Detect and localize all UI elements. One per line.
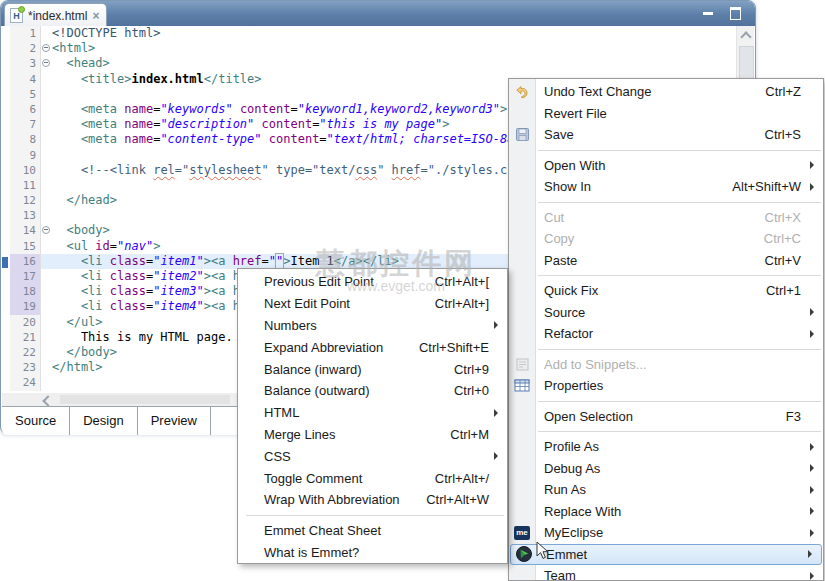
submenu-item-html[interactable]: HTML (238, 402, 507, 424)
menu-item-label: Source (544, 305, 585, 320)
fold-column (41, 178, 52, 193)
menu-item-paste[interactable]: PasteCtrl+V (509, 250, 823, 272)
menu-shortcut: Ctrl+C (764, 231, 801, 246)
window-titlebar[interactable]: H *index.html × (1, 1, 755, 26)
menu-item-open-with[interactable]: Open With (509, 155, 823, 177)
code-segment-attr: content (269, 132, 320, 146)
submenu-item-balance-outward[interactable]: Balance (outward)Ctrl+0 (238, 380, 507, 402)
menu-item-save[interactable]: SaveCtrl+S (509, 124, 823, 146)
code-segment-tag: <meta (52, 132, 124, 146)
code-text: <html> (52, 41, 737, 56)
menu-separator (509, 271, 823, 280)
menu-item-debug-as[interactable]: Debug As (509, 458, 823, 480)
code-segment-tag: <title> (52, 72, 131, 86)
submenu-item-merge-lines[interactable]: Merge LinesCtrl+M (238, 424, 507, 446)
menu-item-open-selection[interactable]: Open SelectionF3 (509, 406, 823, 428)
menu-item-label: Show In (544, 179, 591, 194)
menu-item-quick-fix[interactable]: Quick FixCtrl+1 (509, 280, 823, 302)
menu-item-revert-file[interactable]: Revert File (509, 103, 823, 125)
code-segment-comment: " type="text/ (262, 163, 356, 177)
line-number: 13 (10, 208, 41, 223)
fold-column (41, 163, 52, 178)
menu-item-refactor[interactable]: Refactor (509, 323, 823, 345)
menu-shortcut: Ctrl+V (765, 253, 801, 268)
code-segment-tag: </body> (52, 345, 117, 359)
line-number: 21 (10, 330, 41, 345)
submenu-arrow-icon (810, 443, 814, 451)
menu-separator (509, 345, 823, 354)
submenu-item-balance-inward[interactable]: Balance (inward)Ctrl+9 (238, 358, 507, 380)
code-segment-tag: </html> (52, 360, 103, 374)
menu-item-myeclipse[interactable]: meMyEclipse (509, 522, 823, 544)
fold-column (41, 345, 52, 360)
menu-item-run-as[interactable]: Run As (509, 479, 823, 501)
code-segment-comment: =" (175, 163, 189, 177)
tab-source[interactable]: Source (2, 407, 70, 435)
code-segment-val: "description" (160, 117, 254, 131)
horizontal-scroll-thumb[interactable] (60, 395, 230, 404)
line-number: 3 (10, 56, 41, 71)
code-segment-comment: " (377, 163, 391, 177)
menu-item-add-to-snippets[interactable]: Add to Snippets... (509, 354, 823, 376)
menu-item-replace-with[interactable]: Replace With (509, 501, 823, 523)
collapse-icon[interactable] (42, 44, 50, 52)
menu-item-label: HTML (264, 405, 299, 420)
submenu-item-toggle-comment[interactable]: Toggle CommentCtrl+Alt+/ (238, 467, 507, 489)
marker-margin (2, 284, 10, 299)
menu-item-label: Cut (544, 210, 564, 225)
menu-item-emmet[interactable]: Emmet (510, 544, 822, 566)
code-line[interactable]: 1<!DOCTYPE html> (2, 26, 737, 41)
submenu-item-css[interactable]: CSS (238, 445, 507, 467)
line-number: 1 (10, 26, 41, 41)
submenu-item-expand-abbreviation[interactable]: Expand AbbreviationCtrl+Shift+E (238, 336, 507, 358)
scroll-left-icon[interactable] (40, 393, 56, 406)
menu-item-team[interactable]: Team (509, 565, 823, 581)
close-icon[interactable]: × (92, 11, 99, 21)
menu-item-profile-as[interactable]: Profile As (509, 436, 823, 458)
menu-item-label: Copy (544, 231, 574, 246)
menu-shortcut: Ctrl+Alt+/ (435, 471, 489, 486)
scroll-up-icon[interactable] (740, 31, 751, 42)
fold-column[interactable] (41, 56, 52, 71)
menu-item-label: Revert File (544, 106, 607, 121)
menu-item-label: Refactor (544, 326, 593, 341)
menu-item-undo-text-change[interactable]: Undo Text ChangeCtrl+Z (509, 81, 823, 103)
tab-design[interactable]: Design (70, 407, 137, 435)
menu-item-copy[interactable]: CopyCtrl+C (509, 228, 823, 250)
code-segment-val: "item2" (153, 269, 204, 283)
line-number: 16 (10, 254, 41, 269)
menu-item-source[interactable]: Source (509, 302, 823, 324)
submenu-item-wrap-with-abbreviation[interactable]: Wrap With AbbreviationCtrl+Alt+W (238, 489, 507, 511)
submenu-item-previous-edit-point[interactable]: Previous Edit PointCtrl+Alt+[ (238, 271, 507, 293)
line-number: 5 (10, 87, 41, 102)
menu-item-label: Properties (544, 378, 603, 393)
code-segment-sq: stylesheet (189, 163, 261, 177)
submenu-item-what-is-emmet[interactable]: What is Emmet? (238, 542, 507, 564)
code-line[interactable]: 2<html> (2, 41, 737, 56)
minimize-button[interactable] (703, 7, 714, 19)
submenu-item-emmet-cheat-sheet[interactable]: Emmet Cheat Sheet (238, 520, 507, 542)
menu-item-properties[interactable]: Properties (509, 375, 823, 397)
fold-column[interactable] (41, 41, 52, 56)
menu-item-label: Balance (outward) (264, 383, 370, 398)
line-marker (2, 257, 8, 268)
line-number: 4 (10, 72, 41, 87)
code-segment-tag: </ul> (52, 315, 103, 329)
submenu-item-numbers[interactable]: Numbers (238, 315, 507, 337)
tab-preview[interactable]: Preview (138, 407, 211, 435)
collapse-icon[interactable] (42, 226, 50, 234)
editor-tab[interactable]: H *index.html × (4, 3, 107, 27)
submenu-item-next-edit-point[interactable]: Next Edit PointCtrl+Alt+] (238, 293, 507, 315)
line-number: 24 (10, 375, 41, 390)
fold-column[interactable] (41, 223, 52, 238)
code-segment-txt: = (290, 102, 297, 116)
code-segment-attr: class (110, 254, 146, 268)
collapse-icon[interactable] (42, 59, 50, 67)
menu-item-cut[interactable]: CutCtrl+X (509, 207, 823, 229)
emmet-icon (515, 546, 533, 562)
menu-item-label: Emmet Cheat Sheet (264, 523, 381, 538)
maximize-button[interactable] (730, 7, 741, 19)
menu-item-label: Team (544, 568, 576, 581)
menu-item-show-in[interactable]: Show InAlt+Shift+W (509, 176, 823, 198)
code-line[interactable]: 3 <head> (2, 56, 737, 71)
